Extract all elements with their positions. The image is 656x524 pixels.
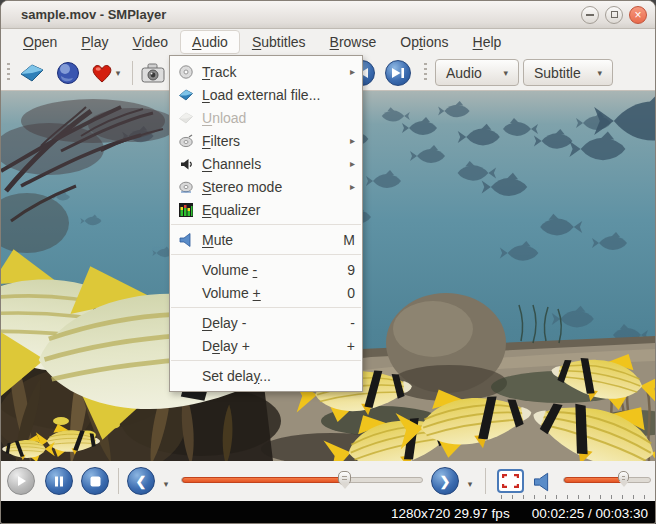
screenshot-button[interactable] [140,60,166,86]
menu-audio[interactable]: Audio [180,30,240,54]
rewind-icon: ❮ [136,474,147,489]
equalizer-icon [176,202,196,218]
unload-icon [176,110,196,126]
control-separator [118,468,119,494]
minimize-button[interactable] [581,6,599,24]
minimize-icon [586,14,594,16]
audio-selector-label: Audio [446,65,482,81]
volume-handle[interactable] [618,471,629,483]
close-icon: × [634,9,641,21]
menu-open[interactable]: Open [11,30,69,54]
fullscreen-icon [502,474,519,488]
submenu-arrow-icon: ▸ [350,66,355,77]
mute-button[interactable] [529,469,555,495]
seek-slider[interactable] [181,477,423,483]
filters-icon [176,133,196,149]
stop-icon [90,476,101,487]
track-icon [176,64,196,80]
globe-icon [56,61,80,85]
volume-ticks [501,495,653,499]
dropdown-arrow-icon: ▾ [116,68,121,78]
menu-item-channels[interactable]: Channels ▸ [170,152,362,175]
dropdown-arrow-icon: ▾ [597,68,602,78]
play-icon [15,475,27,487]
subtitle-selector-label: Subtitle [534,65,581,81]
next-icon [391,67,405,79]
menu-separator [171,254,361,255]
menu-video[interactable]: Video [121,30,181,54]
dropdown-arrow-icon: ▾ [503,68,508,78]
title-bar[interactable]: sample.mov - SMPlayer × [1,1,655,29]
subtitle-selector[interactable]: Subtitle ▾ [523,59,613,86]
rewind-button[interactable]: ❮ [127,467,155,495]
submenu-arrow-icon: ▸ [350,135,355,146]
control-bar: ❮ ▾ ❯ ▾ [1,461,655,501]
channels-icon [176,156,196,172]
menu-item-volume-up[interactable]: Volume + 0 [170,281,362,304]
next-button[interactable] [385,60,411,86]
menu-separator [171,360,361,361]
maximize-button[interactable] [605,6,623,24]
menu-play[interactable]: Play [69,30,120,54]
seek-handle[interactable] [338,471,351,485]
open-url-button[interactable] [55,60,81,86]
menu-item-unload[interactable]: Unload [170,106,362,129]
video-resolution-fps: 1280x720 29.97 fps [391,506,510,521]
menu-item-set-delay[interactable]: Set delay... [170,364,362,387]
volume-slider[interactable] [563,477,651,483]
close-button[interactable]: × [629,6,647,24]
menu-item-equalizer[interactable]: Equalizer [170,198,362,221]
menu-bar: Open Play Video Audio Subtitles Browse O… [1,29,655,55]
menu-item-delay-up[interactable]: Delay + + [170,334,362,357]
volume-icon [532,472,552,492]
toolbar-grip[interactable] [7,63,10,83]
forward-icon: ❯ [440,474,451,489]
favorites-dropdown[interactable]: ▾ [111,60,125,86]
stereo-mode-icon [176,179,196,195]
menu-browse[interactable]: Browse [318,30,389,54]
toolbar-separator [132,61,133,85]
time-display: 00:02:25 / 00:03:30 [532,506,648,521]
dropdown-arrow-icon: ▾ [164,479,169,489]
forward-button[interactable]: ❯ [431,467,459,495]
menu-subtitles[interactable]: Subtitles [240,30,318,54]
dropdown-arrow-icon: ▾ [468,479,473,489]
fullscreen-button[interactable] [497,469,524,493]
window-title: sample.mov - SMPlayer [1,7,581,22]
menu-item-load-external-file[interactable]: Load external file... [170,83,362,106]
stop-button[interactable] [81,467,109,495]
submenu-arrow-icon: ▸ [350,158,355,169]
pause-button[interactable] [45,467,73,495]
submenu-arrow-icon: ▸ [350,181,355,192]
menu-options[interactable]: Options [388,30,460,54]
smplayer-window: sample.mov - SMPlayer × Open Play Video … [0,0,656,524]
window-controls: × [581,6,655,24]
status-bar: 1280x720 29.97 fps 00:02:25 / 00:03:30 [1,501,655,524]
maximize-icon [611,11,618,18]
volume-fill [564,477,625,483]
load-external-file-icon [176,87,196,103]
toolbar-grip-2[interactable] [424,63,427,83]
audio-menu-popup: Track ▸ Load external file... Unload Fil… [169,55,363,392]
menu-separator [171,224,361,225]
menu-item-volume-down[interactable]: Volume - 9 [170,258,362,281]
mute-icon [176,232,196,248]
play-button[interactable] [7,467,35,495]
control-separator [485,468,486,494]
menu-item-delay-down[interactable]: Delay - - [170,311,362,334]
open-file-icon [19,60,45,86]
menu-help[interactable]: Help [461,30,514,54]
menu-item-track[interactable]: Track ▸ [170,60,362,83]
menu-item-stereo-mode[interactable]: Stereo mode ▸ [170,175,362,198]
menu-item-mute[interactable]: Mute M [170,228,362,251]
camera-icon [140,61,166,85]
forward-dropdown[interactable]: ▾ [463,471,477,497]
seek-fill [182,477,345,483]
menu-separator [171,307,361,308]
open-file-button[interactable] [19,60,45,86]
menu-item-filters[interactable]: Filters ▸ [170,129,362,152]
audio-track-selector[interactable]: Audio ▾ [435,59,519,86]
rewind-dropdown[interactable]: ▾ [159,471,173,497]
pause-icon [54,476,64,487]
